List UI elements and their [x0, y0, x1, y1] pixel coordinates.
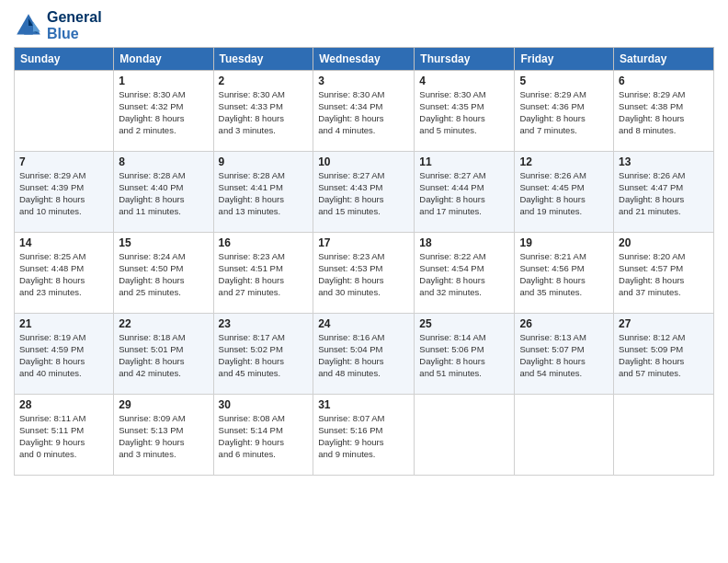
day-cell: 11Sunrise: 8:27 AM Sunset: 4:44 PM Dayli… — [415, 152, 515, 233]
day-number: 9 — [219, 155, 309, 168]
day-info: Sunrise: 8:29 AM Sunset: 4:39 PM Dayligh… — [19, 170, 108, 217]
day-info: Sunrise: 8:30 AM Sunset: 4:33 PM Dayligh… — [219, 89, 309, 136]
day-cell: 20Sunrise: 8:20 AM Sunset: 4:57 PM Dayli… — [614, 233, 714, 314]
day-info: Sunrise: 8:13 AM Sunset: 5:07 PM Dayligh… — [519, 332, 609, 379]
day-info: Sunrise: 8:09 AM Sunset: 5:13 PM Dayligh… — [119, 413, 208, 460]
page: General Blue SundayMondayTuesdayWednesda… — [0, 0, 728, 563]
day-number: 11 — [419, 155, 509, 168]
day-number: 16 — [219, 236, 309, 249]
day-cell: 12Sunrise: 8:26 AM Sunset: 4:45 PM Dayli… — [515, 152, 614, 233]
week-row-1: 1Sunrise: 8:30 AM Sunset: 4:32 PM Daylig… — [15, 71, 714, 152]
day-number: 1 — [119, 75, 208, 87]
day-cell: 28Sunrise: 8:11 AM Sunset: 5:11 PM Dayli… — [15, 395, 114, 476]
day-cell: 7Sunrise: 8:29 AM Sunset: 4:39 PM Daylig… — [15, 152, 114, 233]
day-number: 5 — [519, 75, 609, 87]
calendar-table: SundayMondayTuesdayWednesdayThursdayFrid… — [14, 47, 714, 476]
day-number: 15 — [119, 236, 208, 249]
day-cell: 23Sunrise: 8:17 AM Sunset: 5:02 PM Dayli… — [213, 314, 313, 395]
day-number: 23 — [219, 317, 309, 330]
day-number: 6 — [619, 75, 709, 87]
svg-rect-2 — [24, 26, 33, 35]
day-number: 26 — [519, 317, 609, 330]
day-number: 22 — [119, 317, 208, 330]
day-info: Sunrise: 8:28 AM Sunset: 4:40 PM Dayligh… — [119, 170, 208, 217]
week-row-5: 28Sunrise: 8:11 AM Sunset: 5:11 PM Dayli… — [15, 395, 714, 476]
day-cell: 17Sunrise: 8:23 AM Sunset: 4:53 PM Dayli… — [313, 233, 415, 314]
day-cell: 25Sunrise: 8:14 AM Sunset: 5:06 PM Dayli… — [415, 314, 515, 395]
weekday-monday: Monday — [114, 48, 213, 71]
day-number: 31 — [318, 398, 409, 411]
weekday-header-row: SundayMondayTuesdayWednesdayThursdayFrid… — [15, 48, 714, 71]
weekday-friday: Friday — [515, 48, 614, 71]
day-info: Sunrise: 8:20 AM Sunset: 4:57 PM Dayligh… — [619, 251, 709, 298]
day-cell: 29Sunrise: 8:09 AM Sunset: 5:13 PM Dayli… — [114, 395, 213, 476]
day-cell: 9Sunrise: 8:28 AM Sunset: 4:41 PM Daylig… — [213, 152, 313, 233]
day-info: Sunrise: 8:21 AM Sunset: 4:56 PM Dayligh… — [519, 251, 609, 298]
day-number: 17 — [318, 236, 409, 249]
day-info: Sunrise: 8:11 AM Sunset: 5:11 PM Dayligh… — [19, 413, 108, 460]
weekday-sunday: Sunday — [15, 48, 114, 71]
week-row-3: 14Sunrise: 8:25 AM Sunset: 4:48 PM Dayli… — [15, 233, 714, 314]
day-cell: 8Sunrise: 8:28 AM Sunset: 4:40 PM Daylig… — [114, 152, 213, 233]
day-info: Sunrise: 8:12 AM Sunset: 5:09 PM Dayligh… — [619, 332, 709, 379]
day-cell: 19Sunrise: 8:21 AM Sunset: 4:56 PM Dayli… — [515, 233, 614, 314]
day-cell: 27Sunrise: 8:12 AM Sunset: 5:09 PM Dayli… — [614, 314, 714, 395]
day-info: Sunrise: 8:24 AM Sunset: 4:50 PM Dayligh… — [119, 251, 208, 298]
day-number: 27 — [619, 317, 709, 330]
logo: General Blue — [14, 9, 102, 41]
header: General Blue — [14, 9, 714, 41]
day-cell: 24Sunrise: 8:16 AM Sunset: 5:04 PM Dayli… — [313, 314, 415, 395]
day-cell: 22Sunrise: 8:18 AM Sunset: 5:01 PM Dayli… — [114, 314, 213, 395]
day-info: Sunrise: 8:30 AM Sunset: 4:35 PM Dayligh… — [419, 89, 509, 136]
day-cell: 14Sunrise: 8:25 AM Sunset: 4:48 PM Dayli… — [15, 233, 114, 314]
day-info: Sunrise: 8:27 AM Sunset: 4:43 PM Dayligh… — [318, 170, 409, 217]
day-number: 12 — [519, 155, 609, 168]
day-cell: 3Sunrise: 8:30 AM Sunset: 4:34 PM Daylig… — [313, 71, 415, 152]
day-info: Sunrise: 8:29 AM Sunset: 4:36 PM Dayligh… — [519, 89, 609, 136]
day-number: 21 — [19, 317, 108, 330]
day-info: Sunrise: 8:08 AM Sunset: 5:14 PM Dayligh… — [219, 413, 309, 460]
day-number: 20 — [619, 236, 709, 249]
day-number: 18 — [419, 236, 509, 249]
weekday-saturday: Saturday — [614, 48, 714, 71]
day-cell: 1Sunrise: 8:30 AM Sunset: 4:32 PM Daylig… — [114, 71, 213, 152]
day-info: Sunrise: 8:17 AM Sunset: 5:02 PM Dayligh… — [219, 332, 309, 379]
weekday-wednesday: Wednesday — [313, 48, 415, 71]
day-number: 29 — [119, 398, 208, 411]
day-cell — [15, 71, 114, 152]
day-info: Sunrise: 8:29 AM Sunset: 4:38 PM Dayligh… — [619, 89, 709, 136]
day-info: Sunrise: 8:19 AM Sunset: 4:59 PM Dayligh… — [19, 332, 108, 379]
day-info: Sunrise: 8:26 AM Sunset: 4:47 PM Dayligh… — [619, 170, 709, 217]
day-info: Sunrise: 8:27 AM Sunset: 4:44 PM Dayligh… — [419, 170, 509, 217]
day-cell — [415, 395, 515, 476]
day-cell: 4Sunrise: 8:30 AM Sunset: 4:35 PM Daylig… — [415, 71, 515, 152]
day-number: 8 — [119, 155, 208, 168]
day-info: Sunrise: 8:26 AM Sunset: 4:45 PM Dayligh… — [519, 170, 609, 217]
day-info: Sunrise: 8:18 AM Sunset: 5:01 PM Dayligh… — [119, 332, 208, 379]
day-info: Sunrise: 8:30 AM Sunset: 4:32 PM Dayligh… — [119, 89, 208, 136]
day-cell: 2Sunrise: 8:30 AM Sunset: 4:33 PM Daylig… — [213, 71, 313, 152]
day-cell — [614, 395, 714, 476]
day-number: 7 — [19, 155, 108, 168]
day-info: Sunrise: 8:23 AM Sunset: 4:53 PM Dayligh… — [318, 251, 409, 298]
day-cell: 16Sunrise: 8:23 AM Sunset: 4:51 PM Dayli… — [213, 233, 313, 314]
day-info: Sunrise: 8:22 AM Sunset: 4:54 PM Dayligh… — [419, 251, 509, 298]
day-cell: 13Sunrise: 8:26 AM Sunset: 4:47 PM Dayli… — [614, 152, 714, 233]
day-cell: 30Sunrise: 8:08 AM Sunset: 5:14 PM Dayli… — [213, 395, 313, 476]
day-cell: 10Sunrise: 8:27 AM Sunset: 4:43 PM Dayli… — [313, 152, 415, 233]
day-info: Sunrise: 8:23 AM Sunset: 4:51 PM Dayligh… — [219, 251, 309, 298]
day-info: Sunrise: 8:07 AM Sunset: 5:16 PM Dayligh… — [318, 413, 409, 460]
day-info: Sunrise: 8:16 AM Sunset: 5:04 PM Dayligh… — [318, 332, 409, 379]
day-number: 14 — [19, 236, 108, 249]
day-cell: 26Sunrise: 8:13 AM Sunset: 5:07 PM Dayli… — [515, 314, 614, 395]
week-row-4: 21Sunrise: 8:19 AM Sunset: 4:59 PM Dayli… — [15, 314, 714, 395]
day-number: 2 — [219, 75, 309, 87]
day-number: 13 — [619, 155, 709, 168]
day-info: Sunrise: 8:14 AM Sunset: 5:06 PM Dayligh… — [419, 332, 509, 379]
day-cell: 6Sunrise: 8:29 AM Sunset: 4:38 PM Daylig… — [614, 71, 714, 152]
day-number: 28 — [19, 398, 108, 411]
day-cell: 5Sunrise: 8:29 AM Sunset: 4:36 PM Daylig… — [515, 71, 614, 152]
day-number: 4 — [419, 75, 509, 87]
week-row-2: 7Sunrise: 8:29 AM Sunset: 4:39 PM Daylig… — [15, 152, 714, 233]
svg-marker-3 — [33, 21, 40, 31]
